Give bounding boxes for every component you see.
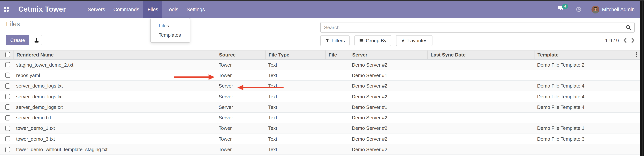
cell-template[interactable]: Demo File Template 4 [534, 94, 640, 99]
table-row[interactable]: server_demo.txt Server Text Demo Server … [0, 113, 640, 123]
cell-server[interactable]: Demo Server #2 [349, 83, 427, 89]
table-row[interactable]: server_demo_logs.txt Server Text Demo Se… [0, 91, 640, 102]
filters-button[interactable]: Filters [320, 35, 350, 46]
column-header-file-type[interactable]: File Type [265, 50, 325, 59]
cell-template[interactable]: Demo File Template 3 [534, 136, 640, 142]
dropdown-item-templates[interactable]: Templates [151, 30, 190, 40]
column-header-file[interactable]: File [325, 50, 349, 59]
window-scrollbar[interactable] [640, 0, 644, 156]
table-row[interactable]: tower_demo_3.txt Tower Text Demo Server … [0, 134, 640, 144]
group-by-button[interactable]: Group By [355, 35, 392, 46]
cell-template[interactable]: Demo File Template 4 [534, 83, 640, 89]
cell-server[interactable]: Demo Server #2 [349, 94, 427, 99]
cell-source[interactable]: Tower [216, 62, 265, 68]
table-row[interactable]: repos.yaml Tower Text Demo Server #1 [0, 70, 640, 81]
column-header-source[interactable]: Source [216, 50, 265, 59]
column-header-rendered-name[interactable]: Rendered Name [13, 50, 216, 59]
cell-source[interactable]: Tower [216, 147, 265, 152]
row-checkbox[interactable] [5, 115, 10, 120]
cell-rendered-name[interactable]: staging_tower_demo_2.txt [13, 62, 216, 68]
row-checkbox[interactable] [5, 136, 10, 141]
cell-source[interactable]: Tower [216, 73, 265, 78]
optional-columns-toggle-icon[interactable] [636, 52, 637, 57]
cell-source[interactable]: Tower [216, 136, 265, 142]
cell-rendered-name[interactable]: server_demo_logs.txt [13, 94, 216, 99]
row-checkbox[interactable] [5, 105, 10, 110]
row-checkbox[interactable] [5, 83, 10, 88]
cell-file-type[interactable]: Text [265, 126, 325, 131]
cell-file-type[interactable]: Text [265, 115, 325, 120]
search-input[interactable] [321, 24, 626, 30]
cell-file-type[interactable]: Text [265, 94, 325, 99]
cell-file-type[interactable]: Text [265, 104, 325, 110]
cell-server[interactable]: Demo Server #2 [349, 136, 427, 142]
cell-source[interactable]: Server [216, 115, 265, 120]
nav-item-settings[interactable]: Settings [182, 1, 209, 18]
cell-source[interactable]: Server [216, 83, 265, 89]
nav-item-servers[interactable]: Servers [84, 1, 109, 18]
row-checkbox[interactable] [5, 94, 10, 99]
table-row[interactable]: staging_tower_demo_2.txt Tower Text Demo… [0, 60, 640, 70]
row-checkbox[interactable] [5, 73, 10, 78]
cell-source[interactable]: Tower [216, 126, 265, 131]
user-avatar[interactable] [592, 5, 599, 13]
nav-item-tools[interactable]: Tools [162, 1, 182, 18]
window-top-edge [0, 0, 644, 1]
pager-previous-button[interactable] [623, 38, 627, 43]
select-all-checkbox[interactable] [5, 52, 10, 57]
export-button[interactable] [31, 35, 42, 45]
column-header-server[interactable]: Server [349, 50, 427, 59]
star-icon: ★ [401, 38, 405, 43]
brand-title[interactable]: Cetmix Tower [18, 1, 66, 18]
column-header-last-sync-date[interactable]: Last Sync Date [427, 50, 534, 59]
cell-server[interactable]: Demo Server #2 [349, 115, 427, 120]
cell-rendered-name[interactable]: repos.yaml [13, 73, 216, 78]
row-checkbox-cell [0, 136, 13, 141]
favorites-button[interactable]: ★ Favorites [396, 35, 432, 46]
cell-file-type[interactable]: Text [265, 147, 325, 152]
search-icon[interactable] [626, 24, 631, 30]
cell-file-type[interactable]: Text [265, 73, 325, 78]
row-checkbox[interactable] [5, 147, 10, 152]
row-checkbox[interactable] [5, 62, 10, 67]
row-checkbox-cell [0, 62, 13, 67]
user-menu[interactable]: Mitchell Admin [602, 6, 634, 12]
cell-server[interactable]: Demo Server #2 [349, 62, 427, 68]
cell-source[interactable]: Server [216, 94, 265, 99]
messages-button[interactable]: 4 [558, 6, 565, 13]
pager-range: 1-9 / 9 [605, 38, 619, 43]
create-button[interactable]: Create [6, 35, 29, 45]
cell-rendered-name[interactable]: server_demo_logs.txt [13, 83, 216, 89]
cell-template[interactable]: Demo File Template 1 [534, 126, 640, 131]
nav-item-commands[interactable]: Commands [109, 1, 144, 18]
filters-button-label: Filters [332, 38, 345, 43]
row-checkbox[interactable] [5, 126, 10, 131]
nav-right-section: 4 Mitchell Admin [558, 1, 644, 18]
cell-server[interactable]: Demo Server #1 [349, 104, 427, 110]
row-checkbox-cell [0, 126, 13, 131]
cell-server[interactable]: Demo Server #1 [349, 73, 427, 78]
cell-server[interactable]: Demo Server #2 [349, 147, 427, 152]
cell-server[interactable]: Demo Server #2 [349, 126, 427, 131]
cell-file-type[interactable]: Text [265, 62, 325, 68]
cell-file-type[interactable]: Text [265, 83, 325, 89]
table-row[interactable]: server_demo_logs.txt Server Text Demo Se… [0, 102, 640, 113]
cell-rendered-name[interactable]: tower_demo_3.txt [13, 136, 216, 142]
column-header-template[interactable]: Template [534, 50, 640, 59]
cell-rendered-name[interactable]: tower_demo_without_template_staging.txt [13, 147, 216, 152]
dropdown-item-files[interactable]: Files [151, 21, 190, 30]
table-row[interactable]: tower_demo_without_template_staging.txt … [0, 144, 640, 155]
cell-template[interactable]: Demo File Template 2 [534, 62, 640, 68]
cell-file-type[interactable]: Text [265, 136, 325, 142]
apps-menu-button[interactable] [0, 1, 13, 18]
nav-item-files[interactable]: Files [144, 1, 162, 18]
table-row[interactable]: server_demo_logs.txt Server Text Demo Se… [0, 81, 640, 91]
cell-rendered-name[interactable]: tower_demo_1.txt [13, 126, 216, 131]
cell-rendered-name[interactable]: server_demo_logs.txt [13, 104, 216, 110]
cell-source[interactable]: Server [216, 104, 265, 110]
activities-button[interactable] [576, 7, 581, 12]
cell-template[interactable]: Demo File Template 4 [534, 104, 640, 110]
pager-next-button[interactable] [631, 38, 634, 43]
table-row[interactable]: tower_demo_1.txt Tower Text Demo Server … [0, 123, 640, 134]
cell-rendered-name[interactable]: server_demo.txt [13, 115, 216, 120]
